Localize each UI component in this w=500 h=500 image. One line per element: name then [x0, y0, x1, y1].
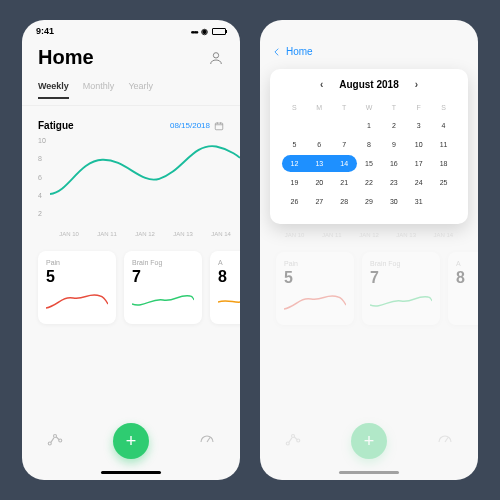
card-label: Pain	[284, 260, 346, 267]
card-value: 7	[370, 269, 432, 287]
card-partial[interactable]: A 8	[448, 252, 478, 325]
calendar-day[interactable]: 8	[357, 136, 382, 153]
add-button[interactable]: +	[113, 423, 149, 459]
time-range-tabs: Weekly Monthly Yearly	[22, 73, 240, 106]
nav-speed-icon[interactable]	[436, 430, 454, 452]
card-label: A	[456, 260, 478, 267]
calendar-day[interactable]: 27	[307, 193, 332, 210]
signal-icon	[191, 26, 198, 36]
background-content: JAN 10 JAN 11 JAN 12 JAN 13 JAN 14 Pain …	[260, 228, 478, 480]
metric-cards: Pain 5 Brain Fog 7 A 8	[260, 238, 478, 339]
calendar-card: ‹ August 2018 › SMTWTFS...12345678910111…	[270, 69, 468, 224]
tab-monthly[interactable]: Monthly	[83, 81, 115, 99]
x-axis: JAN 10 JAN 11 JAN 12 JAN 13 JAN 14	[50, 231, 240, 237]
nav-speed-icon[interactable]	[198, 430, 216, 452]
x-tick: JAN 13	[173, 231, 193, 237]
calendar-icon	[214, 121, 224, 131]
tab-weekly[interactable]: Weekly	[38, 81, 69, 99]
calendar-day[interactable]: 19	[282, 174, 307, 191]
y-tick: 10	[38, 137, 46, 144]
y-tick: 4	[38, 192, 46, 199]
selected-date: 08/15/2018	[170, 121, 210, 130]
next-month-button[interactable]: ›	[415, 79, 418, 90]
calendar-day[interactable]: 7	[332, 136, 357, 153]
calendar-day[interactable]: 29	[357, 193, 382, 210]
calendar-day[interactable]: 13	[307, 155, 332, 172]
calendar-dow: S	[431, 100, 456, 115]
status-time: 9:41	[36, 26, 54, 36]
calendar-day[interactable]: 28	[332, 193, 357, 210]
calendar-day[interactable]: 14	[332, 155, 357, 172]
calendar-day[interactable]: 12	[282, 155, 307, 172]
svg-point-0	[213, 52, 218, 57]
card-value: 8	[218, 268, 240, 286]
x-tick: JAN 11	[97, 231, 117, 237]
calendar-day[interactable]: 15	[357, 155, 382, 172]
add-button[interactable]: +	[351, 423, 387, 459]
calendar-day[interactable]: 20	[307, 174, 332, 191]
calendar-day[interactable]: 31	[406, 193, 431, 210]
calendar-dow: F	[406, 100, 431, 115]
calendar-dow: W	[357, 100, 382, 115]
calendar-day[interactable]: 30	[381, 193, 406, 210]
calendar-dow: S	[282, 100, 307, 115]
chart-title: Fatigue	[38, 120, 74, 131]
calendar-day[interactable]: 23	[381, 174, 406, 191]
prev-month-button[interactable]: ‹	[320, 79, 323, 90]
card-pain[interactable]: Pain 5	[38, 251, 116, 324]
calendar-day[interactable]: 1	[357, 117, 382, 134]
card-brain-fog[interactable]: Brain Fog 7	[362, 252, 440, 325]
card-value: 5	[284, 269, 346, 287]
calendar-day[interactable]: 3	[406, 117, 431, 134]
nav-activity-icon[interactable]	[46, 430, 64, 452]
calendar-dow: T	[381, 100, 406, 115]
battery-icon	[212, 28, 226, 35]
calendar-day[interactable]: 25	[431, 174, 456, 191]
card-partial[interactable]: A 8	[210, 251, 240, 324]
calendar-day[interactable]: 18	[431, 155, 456, 172]
wifi-icon	[201, 26, 208, 36]
chart-line	[50, 137, 240, 213]
tab-yearly[interactable]: Yearly	[128, 81, 153, 99]
calendar-day[interactable]: 22	[357, 174, 382, 191]
calendar-header: ‹ August 2018 ›	[282, 79, 456, 90]
card-sparkline	[46, 290, 108, 312]
calendar-day[interactable]: 16	[381, 155, 406, 172]
date-picker[interactable]: 08/15/2018	[170, 121, 224, 131]
home-screen: 9:41 Home Weekly Monthly Yearly Fatigue …	[22, 20, 240, 480]
x-axis: JAN 10 JAN 11 JAN 12 JAN 13 JAN 14	[260, 228, 478, 238]
calendar-day[interactable]: 9	[381, 136, 406, 153]
card-sparkline	[284, 291, 346, 313]
calendar-screen: 9:41 Home ‹ August 2018 › SMTWTFS...1234…	[260, 20, 478, 480]
calendar-grid: SMTWTFS...123456789101112131415161718192…	[282, 100, 456, 210]
svg-point-5	[287, 442, 290, 445]
calendar-day[interactable]: 10	[406, 136, 431, 153]
calendar-day[interactable]: 5	[282, 136, 307, 153]
calendar-day[interactable]: 4	[431, 117, 456, 134]
x-tick: JAN 10	[59, 231, 79, 237]
profile-icon[interactable]	[208, 50, 224, 66]
calendar-day[interactable]: 17	[406, 155, 431, 172]
card-brain-fog[interactable]: Brain Fog 7	[124, 251, 202, 324]
header: Home	[22, 38, 240, 73]
y-tick: 6	[38, 174, 46, 181]
calendar-day[interactable]: 21	[332, 174, 357, 191]
calendar-day[interactable]: 24	[406, 174, 431, 191]
svg-point-2	[49, 442, 52, 445]
card-pain[interactable]: Pain 5	[276, 252, 354, 325]
card-label: Pain	[46, 259, 108, 266]
back-button[interactable]: Home	[260, 38, 478, 65]
x-tick: JAN 14	[211, 231, 231, 237]
calendar-day[interactable]: 2	[381, 117, 406, 134]
y-axis: 10 8 6 4 2	[38, 137, 46, 217]
svg-rect-1	[215, 123, 223, 130]
card-sparkline	[218, 290, 240, 312]
calendar-dow: T	[332, 100, 357, 115]
calendar-day[interactable]: 11	[431, 136, 456, 153]
calendar-day[interactable]: 26	[282, 193, 307, 210]
fatigue-chart: 10 8 6 4 2 JAN 10 JAN 11 JAN 12 JAN 13 J…	[22, 137, 240, 237]
nav-activity-icon[interactable]	[284, 430, 302, 452]
calendar-day[interactable]: 6	[307, 136, 332, 153]
card-value: 8	[456, 269, 478, 287]
card-value: 5	[46, 268, 108, 286]
